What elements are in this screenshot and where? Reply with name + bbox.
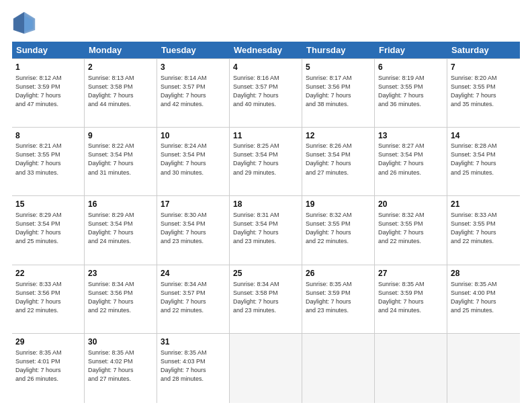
cal-cell: 19Sunrise: 8:32 AM Sunset: 3:55 PM Dayli… [302, 196, 375, 265]
header-day-monday: Monday [85, 42, 157, 58]
cell-info: Sunrise: 8:35 AM Sunset: 4:00 PM Dayligh… [451, 280, 517, 315]
cal-cell: 30Sunrise: 8:35 AM Sunset: 4:02 PM Dayli… [85, 334, 157, 403]
day-number: 18 [233, 199, 298, 210]
cal-cell: 3Sunrise: 8:14 AM Sunset: 3:57 PM Daylig… [157, 59, 230, 127]
day-number: 20 [378, 199, 443, 210]
cal-cell: 31Sunrise: 8:35 AM Sunset: 4:03 PM Dayli… [157, 334, 230, 403]
cell-info: Sunrise: 8:30 AM Sunset: 3:54 PM Dayligh… [161, 211, 226, 246]
cell-info: Sunrise: 8:35 AM Sunset: 4:01 PM Dayligh… [15, 349, 81, 383]
cell-info: Sunrise: 8:14 AM Sunset: 3:57 PM Dayligh… [161, 74, 226, 109]
logo-icon [12, 11, 36, 35]
header [12, 11, 520, 35]
cell-info: Sunrise: 8:32 AM Sunset: 3:55 PM Dayligh… [306, 211, 371, 246]
cal-cell: 15Sunrise: 8:29 AM Sunset: 3:54 PM Dayli… [12, 196, 85, 265]
day-number: 24 [161, 268, 226, 279]
cell-info: Sunrise: 8:35 AM Sunset: 3:59 PM Dayligh… [306, 280, 371, 315]
cell-info: Sunrise: 8:35 AM Sunset: 3:59 PM Dayligh… [378, 280, 443, 315]
cell-info: Sunrise: 8:26 AM Sunset: 3:54 PM Dayligh… [306, 142, 371, 177]
day-number: 21 [451, 199, 517, 210]
cal-cell: 21Sunrise: 8:33 AM Sunset: 3:55 PM Dayli… [447, 196, 520, 265]
cal-cell: 27Sunrise: 8:35 AM Sunset: 3:59 PM Dayli… [375, 265, 447, 334]
cell-info: Sunrise: 8:22 AM Sunset: 3:54 PM Dayligh… [88, 142, 153, 177]
cell-info: Sunrise: 8:34 AM Sunset: 3:58 PM Dayligh… [233, 280, 298, 315]
day-number: 7 [451, 62, 517, 73]
day-number: 29 [15, 336, 81, 348]
cal-cell: 14Sunrise: 8:28 AM Sunset: 3:54 PM Dayli… [447, 128, 520, 196]
cal-cell: 23Sunrise: 8:34 AM Sunset: 3:56 PM Dayli… [85, 265, 157, 334]
cell-info: Sunrise: 8:17 AM Sunset: 3:56 PM Dayligh… [306, 74, 371, 109]
cal-cell: 22Sunrise: 8:33 AM Sunset: 3:56 PM Dayli… [12, 265, 85, 334]
cal-cell: 25Sunrise: 8:34 AM Sunset: 3:58 PM Dayli… [230, 265, 302, 334]
cal-cell [230, 334, 302, 403]
cell-info: Sunrise: 8:19 AM Sunset: 3:55 PM Dayligh… [378, 74, 443, 109]
day-number: 10 [161, 130, 226, 142]
day-number: 17 [161, 199, 226, 210]
cal-cell: 29Sunrise: 8:35 AM Sunset: 4:01 PM Dayli… [12, 334, 85, 403]
day-number: 3 [161, 62, 226, 73]
cal-cell: 10Sunrise: 8:24 AM Sunset: 3:54 PM Dayli… [157, 128, 230, 196]
cell-info: Sunrise: 8:27 AM Sunset: 3:54 PM Dayligh… [378, 142, 443, 177]
day-number: 12 [306, 130, 371, 142]
day-number: 27 [378, 268, 443, 279]
week-row-5: 29Sunrise: 8:35 AM Sunset: 4:01 PM Dayli… [12, 334, 520, 403]
cal-cell [447, 334, 520, 403]
cal-cell [375, 334, 447, 403]
cell-info: Sunrise: 8:29 AM Sunset: 3:54 PM Dayligh… [88, 211, 153, 246]
week-row-1: 1Sunrise: 8:12 AM Sunset: 3:59 PM Daylig… [12, 58, 520, 128]
calendar-body: 1Sunrise: 8:12 AM Sunset: 3:59 PM Daylig… [12, 58, 520, 403]
cell-info: Sunrise: 8:25 AM Sunset: 3:54 PM Dayligh… [233, 142, 298, 177]
cal-cell: 8Sunrise: 8:21 AM Sunset: 3:55 PM Daylig… [12, 128, 85, 196]
day-number: 2 [88, 62, 153, 73]
cal-cell: 17Sunrise: 8:30 AM Sunset: 3:54 PM Dayli… [157, 196, 230, 265]
header-day-sunday: Sunday [12, 42, 85, 58]
cell-info: Sunrise: 8:33 AM Sunset: 3:56 PM Dayligh… [15, 280, 81, 315]
day-number: 25 [233, 268, 298, 279]
day-number: 5 [306, 62, 371, 73]
cal-cell: 13Sunrise: 8:27 AM Sunset: 3:54 PM Dayli… [375, 128, 447, 196]
header-day-thursday: Thursday [302, 42, 375, 58]
day-number: 9 [88, 130, 153, 142]
day-number: 8 [15, 130, 81, 142]
day-number: 13 [378, 130, 443, 142]
cal-cell: 12Sunrise: 8:26 AM Sunset: 3:54 PM Dayli… [302, 128, 375, 196]
cal-cell: 9Sunrise: 8:22 AM Sunset: 3:54 PM Daylig… [85, 128, 157, 196]
cal-cell: 18Sunrise: 8:31 AM Sunset: 3:54 PM Dayli… [230, 196, 302, 265]
cal-cell: 20Sunrise: 8:32 AM Sunset: 3:55 PM Dayli… [375, 196, 447, 265]
week-row-3: 15Sunrise: 8:29 AM Sunset: 3:54 PM Dayli… [12, 196, 520, 265]
header-day-saturday: Saturday [447, 42, 520, 58]
calendar-header: SundayMondayTuesdayWednesdayThursdayFrid… [12, 42, 520, 58]
day-number: 4 [233, 62, 298, 73]
page: SundayMondayTuesdayWednesdayThursdayFrid… [0, 0, 532, 411]
cell-info: Sunrise: 8:29 AM Sunset: 3:54 PM Dayligh… [15, 211, 81, 246]
day-number: 26 [306, 268, 371, 279]
day-number: 15 [15, 199, 81, 210]
cell-info: Sunrise: 8:33 AM Sunset: 3:55 PM Dayligh… [451, 211, 517, 246]
cell-info: Sunrise: 8:35 AM Sunset: 4:03 PM Dayligh… [161, 349, 226, 383]
cell-info: Sunrise: 8:16 AM Sunset: 3:57 PM Dayligh… [233, 74, 298, 109]
cell-info: Sunrise: 8:28 AM Sunset: 3:54 PM Dayligh… [451, 142, 517, 177]
cal-cell: 4Sunrise: 8:16 AM Sunset: 3:57 PM Daylig… [230, 59, 302, 127]
cal-cell: 11Sunrise: 8:25 AM Sunset: 3:54 PM Dayli… [230, 128, 302, 196]
header-day-wednesday: Wednesday [230, 42, 302, 58]
cal-cell: 24Sunrise: 8:34 AM Sunset: 3:57 PM Dayli… [157, 265, 230, 334]
day-number: 11 [233, 130, 298, 142]
cell-info: Sunrise: 8:35 AM Sunset: 4:02 PM Dayligh… [88, 349, 153, 383]
header-day-friday: Friday [375, 42, 447, 58]
day-number: 1 [15, 62, 81, 73]
cal-cell: 28Sunrise: 8:35 AM Sunset: 4:00 PM Dayli… [447, 265, 520, 334]
header-day-tuesday: Tuesday [157, 42, 230, 58]
week-row-2: 8Sunrise: 8:21 AM Sunset: 3:55 PM Daylig… [12, 128, 520, 197]
cell-info: Sunrise: 8:12 AM Sunset: 3:59 PM Dayligh… [15, 74, 81, 109]
day-number: 28 [451, 268, 517, 279]
cal-cell: 16Sunrise: 8:29 AM Sunset: 3:54 PM Dayli… [85, 196, 157, 265]
day-number: 14 [451, 130, 517, 142]
cal-cell: 2Sunrise: 8:13 AM Sunset: 3:58 PM Daylig… [85, 59, 157, 127]
cal-cell: 7Sunrise: 8:20 AM Sunset: 3:55 PM Daylig… [447, 59, 520, 127]
svg-marker-2 [13, 12, 24, 34]
cell-info: Sunrise: 8:20 AM Sunset: 3:55 PM Dayligh… [451, 74, 517, 109]
day-number: 16 [88, 199, 153, 210]
day-number: 22 [15, 268, 81, 279]
day-number: 19 [306, 199, 371, 210]
week-row-4: 22Sunrise: 8:33 AM Sunset: 3:56 PM Dayli… [12, 265, 520, 334]
cell-info: Sunrise: 8:24 AM Sunset: 3:54 PM Dayligh… [161, 142, 226, 177]
